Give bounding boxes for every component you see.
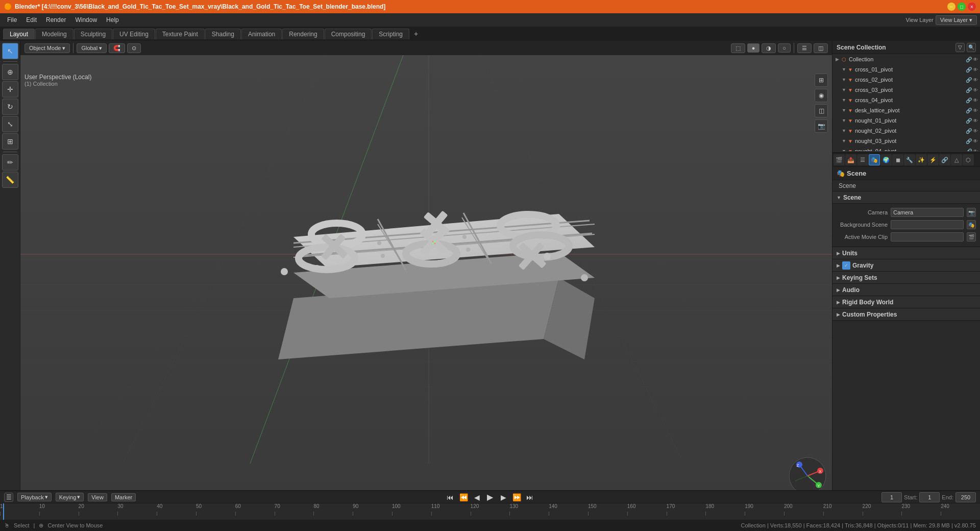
tab-modeling[interactable]: Modeling [35, 29, 74, 39]
tab-texture-paint[interactable]: Texture Paint [156, 29, 205, 39]
global-btn[interactable]: Global ▾ [77, 43, 107, 53]
add-workspace-tab[interactable]: + [410, 28, 422, 39]
minimize-button[interactable]: − [947, 3, 955, 11]
tab-shading[interactable]: Shading [205, 29, 241, 39]
props-tab-scene[interactable]: 🎭 [869, 154, 880, 165]
props-tab-render[interactable]: 🎬 [834, 154, 845, 165]
section-audio[interactable]: ▶ Audio [832, 284, 980, 296]
outliner-item-desk_lattice_pivot[interactable]: ▼ ▼ desk_lattice_pivot 🔗 👁 [832, 105, 980, 115]
props-tab-material[interactable]: ⬡ [963, 154, 974, 165]
viewport-shading-render[interactable]: ○ [778, 43, 791, 53]
playback-btn[interactable]: Playback ▾ [17, 493, 52, 501]
xray-btn[interactable]: ◫ [814, 43, 828, 53]
step-forward-btn[interactable]: ▶ [498, 492, 508, 502]
snap-btn[interactable]: 🧲 [109, 43, 125, 53]
props-tab-object[interactable]: ◼ [892, 154, 903, 165]
prop-clip-value[interactable] [891, 232, 964, 242]
marker-label: Marker [115, 494, 132, 500]
gizmos-toggle[interactable]: ⊞ [815, 74, 828, 87]
overlays-toggle[interactable]: ◉ [815, 89, 828, 102]
jump-start-btn[interactable]: ⏮ [445, 492, 455, 502]
outliner-item-nought_02_pivot[interactable]: ▼ ▼ nought_02_pivot 🔗 👁 [832, 126, 980, 136]
tab-compositing[interactable]: Compositing [325, 29, 372, 39]
tool-scale[interactable]: ⤡ [2, 116, 18, 132]
timeline-ruler[interactable]: 1102030405060708090100110120130140150160… [0, 503, 980, 520]
object-mode-btn[interactable]: Object Mode ▾ [24, 43, 70, 53]
section-keying-sets[interactable]: ▶ Keying Sets [832, 272, 980, 284]
end-frame-input[interactable]: 250 [955, 492, 976, 502]
current-frame-input[interactable]: 1 [881, 492, 902, 502]
prop-bg-icon-btn[interactable]: 🎭 [967, 220, 976, 229]
scene-3d[interactable]: User Perspective (Local) (1) Collection … [20, 55, 832, 500]
outliner-search[interactable]: 🔍 [967, 43, 976, 52]
tool-rotate[interactable]: ↻ [2, 99, 18, 115]
tool-annotate[interactable]: ✏ [2, 154, 18, 171]
close-button[interactable]: × [968, 3, 976, 11]
view-layer-dropdown[interactable]: View Layer ▾ [936, 15, 977, 25]
outliner-item-nought_03_pivot[interactable]: ▼ ▼ nought_03_pivot 🔗 👁 [832, 136, 980, 146]
tool-cursor[interactable]: ⊕ [2, 64, 18, 80]
proportional-btn[interactable]: ⊙ [127, 43, 141, 53]
props-tab-world[interactable]: 🌍 [880, 154, 892, 165]
tab-sculpting[interactable]: Sculpting [74, 29, 112, 39]
start-frame-input[interactable]: 1 [919, 492, 940, 502]
section-gravity[interactable]: ▶ ✓ Gravity [832, 259, 980, 272]
menu-render[interactable]: Render [42, 15, 70, 25]
tool-transform[interactable]: ⊞ [2, 133, 18, 150]
outliner-item-cross_03_pivot[interactable]: ▼ ▼ cross_03_pivot 🔗 👁 [832, 85, 980, 95]
camera-view[interactable]: 📷 [815, 119, 828, 133]
outliner-item-cross_02_pivot[interactable]: ▼ ▼ cross_02_pivot 🔗 👁 [832, 75, 980, 85]
menu-file[interactable]: File [3, 15, 21, 25]
section-custom-props[interactable]: ▶ Custom Properties [832, 308, 980, 321]
next-keyframe-btn[interactable]: ⏩ [511, 492, 522, 502]
timeline-menu-icon[interactable]: ☰ [4, 493, 13, 502]
section-scene[interactable]: ▼ Scene [832, 191, 980, 204]
xray-toggle[interactable]: ◫ [815, 104, 828, 117]
view-btn[interactable]: View [88, 493, 107, 501]
step-back-btn[interactable]: ◀ [472, 492, 482, 502]
maximize-button[interactable]: □ [958, 3, 966, 11]
outliner-filter[interactable]: ▽ [955, 43, 965, 52]
tab-layout[interactable]: Layout [3, 29, 35, 39]
keying-btn[interactable]: Keying ▾ [56, 493, 84, 501]
menu-help[interactable]: Help [102, 15, 123, 25]
section-units[interactable]: ▶ Units [832, 247, 980, 259]
viewport-shading-material[interactable]: ◑ [762, 43, 776, 53]
outliner-item-nought_04_pivot[interactable]: ▼ ▼ nought_04_pivot 🔗 👁 [832, 146, 980, 151]
outliner-item-Collection[interactable]: ▶ ⬡ Collection 🔗 👁 [832, 54, 980, 64]
prev-keyframe-btn[interactable]: ⏪ [458, 492, 469, 502]
viewport-shading-wire[interactable]: ⬚ [731, 43, 745, 53]
viewport-3d[interactable]: Object Mode ▾ Global ▾ 🧲 ⊙ ⬚ ● ◑ ○ ☰ ◫ [20, 41, 832, 500]
tool-move[interactable]: ✛ [2, 81, 18, 98]
marker-btn[interactable]: Marker [111, 493, 136, 501]
overlay-btn[interactable]: ☰ [797, 43, 812, 53]
section-rigid-body[interactable]: ▶ Rigid Body World [832, 296, 980, 308]
tool-select[interactable]: ↖ [2, 43, 18, 59]
tool-measure[interactable]: 📏 [2, 172, 18, 188]
props-tab-modifier[interactable]: 🔧 [904, 154, 915, 165]
play-btn[interactable]: ▶ [485, 492, 495, 502]
outliner-item-cross_04_pivot[interactable]: ▼ ▼ cross_04_pivot 🔗 👁 [832, 95, 980, 105]
tab-animation[interactable]: Animation [241, 29, 282, 39]
props-tab-constraints[interactable]: 🔗 [939, 154, 950, 165]
menu-window[interactable]: Window [71, 15, 101, 25]
tab-uv-editing[interactable]: UV Editing [113, 29, 155, 39]
props-tab-physics[interactable]: ⚡ [927, 154, 939, 165]
menu-edit[interactable]: Edit [22, 15, 41, 25]
prop-clip-icon-btn[interactable]: 🎬 [967, 232, 976, 242]
props-tab-data[interactable]: △ [951, 154, 962, 165]
viewport-shading-solid[interactable]: ● [747, 43, 760, 53]
prop-bg-value[interactable] [891, 220, 964, 229]
gravity-checkbox[interactable]: ✓ [842, 261, 850, 270]
props-tab-output[interactable]: 📤 [845, 154, 856, 165]
prop-camera-icon-btn[interactable]: 📷 [967, 208, 976, 217]
prop-camera-value[interactable]: Camera [891, 208, 964, 217]
viewport-collection-info: (1) Collection [24, 81, 91, 87]
tab-rendering[interactable]: Rendering [282, 29, 324, 39]
outliner-item-cross_01_pivot[interactable]: ▼ ▼ cross_01_pivot 🔗 👁 [832, 64, 980, 75]
tab-scripting[interactable]: Scripting [372, 29, 409, 39]
outliner-item-nought_01_pivot[interactable]: ▼ ▼ nought_01_pivot 🔗 👁 [832, 115, 980, 126]
props-tab-view-layer[interactable]: ☰ [857, 154, 868, 165]
jump-end-btn[interactable]: ⏭ [525, 492, 535, 502]
props-tab-particles[interactable]: ✨ [916, 154, 927, 165]
